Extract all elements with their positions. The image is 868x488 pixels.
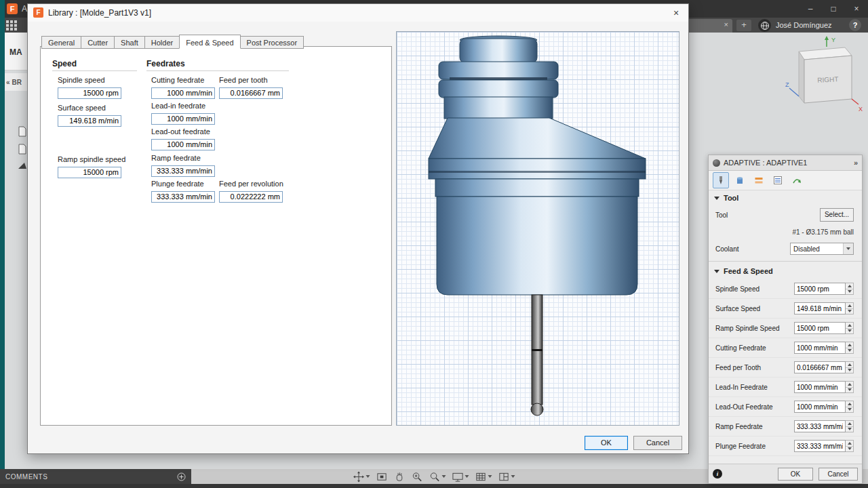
- user-avatar[interactable]: [758, 19, 771, 32]
- stepper[interactable]: [846, 283, 854, 295]
- tool-description-row: #1 - Ø3.175 mm ball: [709, 224, 862, 239]
- orbit-tool-button[interactable]: [353, 471, 370, 483]
- workspace-label[interactable]: MA: [9, 47, 22, 57]
- feed-per-revolution-label: Feed per revolution: [219, 180, 283, 188]
- comments-label: COMMENTS: [5, 473, 47, 481]
- x-axis-line: [852, 99, 859, 104]
- dialog-ok-button[interactable]: OK: [585, 436, 628, 450]
- document-icon[interactable]: [18, 126, 27, 137]
- lead-out-feedrate-label: Lead-out feedrate: [151, 127, 215, 136]
- panel-ok-button[interactable]: OK: [778, 468, 813, 481]
- tab-passes-icon[interactable]: [770, 172, 786, 188]
- zoom-tool-button[interactable]: [412, 471, 423, 483]
- caret-down-icon: [366, 475, 370, 478]
- panel-spindle-speed-input[interactable]: [794, 283, 846, 295]
- maximize-button[interactable]: □: [822, 0, 845, 18]
- tab-general[interactable]: General: [41, 36, 81, 49]
- stepper[interactable]: [846, 420, 854, 432]
- lead-out-feedrate-input[interactable]: [151, 139, 215, 150]
- tab-tool-icon[interactable]: [713, 172, 729, 188]
- panel-tab-bar: [709, 171, 862, 190]
- app-grid-icon[interactable]: [5, 20, 18, 30]
- dialog-cancel-button[interactable]: Cancel: [633, 436, 682, 450]
- tool-select-button[interactable]: Select...: [820, 208, 854, 222]
- sketch-icon[interactable]: [18, 161, 27, 169]
- plunge-feedrate-input[interactable]: [151, 191, 215, 203]
- stepper[interactable]: [846, 361, 854, 373]
- collapse-chevrons-icon[interactable]: «: [6, 79, 10, 86]
- lead-in-feedrate-input[interactable]: [151, 113, 215, 125]
- tab-feed-and-speed[interactable]: Feed & Speed: [179, 35, 240, 49]
- user-name[interactable]: José Domínguez: [776, 21, 832, 29]
- document-icon[interactable]: [18, 144, 27, 155]
- dialog-close-icon[interactable]: ×: [669, 7, 683, 19]
- panel-surface-speed-input[interactable]: [794, 302, 846, 314]
- zoom-window-button[interactable]: [429, 471, 446, 483]
- new-tab-button[interactable]: +: [736, 20, 751, 31]
- document-tab-close-icon[interactable]: ×: [724, 20, 728, 28]
- panel-feed-per-tooth-input[interactable]: [794, 361, 846, 373]
- tab-holder[interactable]: Holder: [144, 36, 180, 49]
- param-row: Lead-Out Feedrate: [709, 397, 862, 417]
- spindle-speed-input[interactable]: [58, 87, 121, 99]
- add-comment-icon[interactable]: [177, 472, 186, 481]
- stepper[interactable]: [846, 381, 854, 393]
- param-label: Cutting Feedrate: [715, 344, 794, 352]
- ramp-spindle-speed-input[interactable]: [58, 167, 121, 178]
- comments-bar[interactable]: COMMENTS: [0, 469, 191, 484]
- close-window-button[interactable]: ×: [845, 0, 868, 18]
- panel-plunge-feedrate-input[interactable]: [794, 440, 846, 452]
- panel-expand-icon[interactable]: »: [854, 159, 858, 167]
- display-settings-button[interactable]: [452, 471, 469, 483]
- panel-header[interactable]: ADAPTIVE : ADAPTIVE1 »: [709, 155, 862, 171]
- caret-down-icon: [465, 475, 469, 478]
- z-axis-line: [789, 88, 799, 96]
- panel-cutting-feedrate-input[interactable]: [794, 342, 846, 354]
- tab-shaft[interactable]: Shaft: [114, 36, 145, 49]
- stepper[interactable]: [846, 440, 854, 452]
- panel-cancel-button[interactable]: Cancel: [818, 468, 858, 481]
- surface-speed-input[interactable]: [58, 115, 121, 127]
- view-cube[interactable]: RIGHT Y Z X: [784, 35, 864, 113]
- ramp-feedrate-input[interactable]: [151, 165, 215, 177]
- feed-per-tooth-input[interactable]: [219, 87, 283, 99]
- panel-ramp-spindle-speed-input[interactable]: [794, 322, 846, 334]
- pan-tool-button[interactable]: [394, 471, 406, 483]
- stepper[interactable]: [846, 401, 854, 413]
- info-icon[interactable]: i: [713, 469, 722, 479]
- coolant-label: Coolant: [715, 245, 790, 253]
- tab-linking-icon[interactable]: [789, 172, 805, 188]
- stepper[interactable]: [846, 302, 854, 314]
- browser-header[interactable]: « BR: [5, 73, 27, 91]
- dialog-title-bar[interactable]: F Library : [Molde_Part1V3 v1] ×: [28, 4, 688, 22]
- fusion-dialog-icon: F: [33, 7, 43, 18]
- ramp-feedrate-label: Ramp feedrate: [151, 154, 215, 162]
- stepper[interactable]: [846, 342, 854, 354]
- grid-layout-button[interactable]: [475, 471, 492, 483]
- browser-tree-remnant: [18, 126, 27, 169]
- cutting-feedrate-input[interactable]: [151, 87, 215, 99]
- param-row: Spindle Speed: [709, 279, 862, 299]
- tab-heights-icon[interactable]: [751, 172, 767, 188]
- fit-view-button[interactable]: [376, 471, 388, 483]
- tab-cutter[interactable]: Cutter: [81, 36, 115, 49]
- tab-post-processor[interactable]: Post Processor: [240, 36, 304, 49]
- tool-preview-viewport[interactable]: [396, 31, 679, 426]
- param-label: Plunge Feedrate: [715, 443, 794, 450]
- panel-lead-out-feedrate-input[interactable]: [794, 401, 846, 413]
- coolant-dropdown[interactable]: Disabled: [790, 243, 854, 255]
- tab-geometry-icon[interactable]: [732, 172, 748, 188]
- panel-lead-in-feedrate-input[interactable]: [794, 381, 846, 393]
- help-button[interactable]: ?: [849, 19, 861, 31]
- param-label: Surface Speed: [715, 305, 794, 312]
- feed-speed-section-header[interactable]: Feed & Speed: [709, 261, 862, 279]
- minimize-button[interactable]: –: [799, 0, 822, 18]
- adaptive-operation-panel: ADAPTIVE : ADAPTIVE1 » Tool: [708, 155, 863, 484]
- stepper[interactable]: [846, 322, 854, 334]
- feed-per-revolution-input[interactable]: [219, 191, 283, 203]
- tool-section-header[interactable]: Tool: [709, 190, 862, 205]
- tool-label: Tool: [715, 211, 820, 219]
- viewport-layout-button[interactable]: [498, 471, 515, 483]
- panel-ramp-feedrate-input[interactable]: [794, 420, 846, 432]
- param-row: Ramp Spindle Speed: [709, 319, 862, 338]
